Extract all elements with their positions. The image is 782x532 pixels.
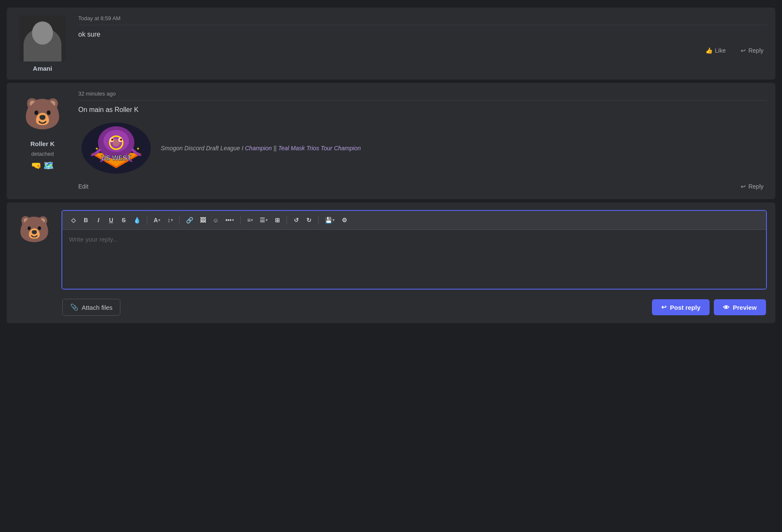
post-content-rollerk: On main as Roller K — [78, 105, 767, 115]
more-icon: ••• — [225, 217, 231, 223]
font-button[interactable]: A ▾ — [151, 214, 163, 226]
reply-editor-card: 🐻 ◇ B I U S 💧 A — [7, 202, 775, 323]
redo-button[interactable]: ↻ — [303, 214, 315, 226]
toolbar-divider-3 — [240, 216, 241, 224]
attach-icon: 📎 — [70, 303, 78, 311]
post-body-amani: Today at 8:59 AM ok sure 👍 Like ↩ Reply — [78, 15, 767, 72]
save-icon: 💾 — [325, 217, 332, 223]
more-button[interactable]: ••• ▾ — [222, 214, 237, 226]
editor-actions: ↩ Post reply 👁 Preview — [652, 299, 766, 315]
font-arrow: ▾ — [158, 218, 160, 222]
author-badges-rollerk: 🤜 🗺️ — [31, 160, 54, 170]
sig-champion-label: Champion — [245, 145, 272, 152]
badge-fist: 🤜 — [31, 160, 42, 170]
align-icon: ≡ — [247, 217, 250, 223]
author-column-amani: Amani — [15, 15, 70, 72]
post-reply-button[interactable]: ↩ Post reply — [652, 299, 710, 315]
reply-label: Reply — [748, 47, 763, 54]
editor-container: ◇ B I U S 💧 A ▾ ↕ — [61, 210, 767, 290]
avatar-rollerk: 🐻 — [19, 90, 66, 137]
post-footer-amani: 👍 Like ↩ Reply — [78, 45, 767, 56]
svg-text:US WEST: US WEST — [101, 154, 131, 162]
post-reply-label: Post reply — [670, 304, 701, 311]
signature-text: Smogon Discord Draft League I Champion |… — [161, 145, 361, 152]
text-size-icon: ↕ — [168, 217, 170, 223]
avatar-image-amani — [19, 15, 66, 61]
link-button[interactable]: 🔗 — [183, 214, 196, 226]
post-body-rollerk: 32 minutes ago On main as Roller K — [78, 90, 767, 192]
list-icon: ☰ — [260, 217, 265, 223]
toolbar-group-insert: 🔗 🖼 ☺ ••• ▾ — [183, 214, 237, 226]
post-actions-amani: 👍 Like ↩ Reply — [702, 45, 767, 56]
post-actions-rollerk: ↩ Reply — [737, 181, 767, 192]
toolbar-divider-1 — [147, 216, 147, 224]
text-size-arrow: ▾ — [171, 218, 173, 222]
strikethrough-button[interactable]: S — [118, 214, 130, 226]
attach-label: Attach files — [82, 304, 112, 311]
font-icon: A — [154, 217, 158, 223]
avatar-editor-user: 🐻 — [15, 210, 53, 248]
author-tag-rollerk: detached — [31, 151, 54, 157]
underline-button[interactable]: U — [105, 214, 117, 226]
author-name-rollerk: Roller K — [30, 140, 55, 147]
text-size-button[interactable]: ↕ ▾ — [164, 214, 176, 226]
post-rollerk: 🐻 Roller K detached 🤜 🗺️ 32 minutes ago … — [7, 83, 775, 199]
toolbar-divider-4 — [287, 216, 287, 224]
reply-button-amani[interactable]: ↩ Reply — [737, 45, 767, 56]
eraser-button[interactable]: ◇ — [67, 214, 79, 226]
toolbar-group-font: A ▾ ↕ ▾ — [151, 214, 176, 226]
image-button[interactable]: 🖼 — [197, 214, 209, 226]
post-timestamp-amani: Today at 8:59 AM — [78, 15, 767, 25]
toolbar-divider-5 — [318, 216, 319, 224]
toolbar-group-history: ↺ ↻ — [290, 214, 315, 226]
svg-text:★: ★ — [95, 146, 98, 151]
toolbar-group-format: ◇ B I U S 💧 — [67, 214, 144, 226]
sig-separator: || — [274, 145, 278, 152]
align-button[interactable]: ≡ ▾ — [244, 214, 256, 226]
bold-button[interactable]: B — [80, 214, 92, 226]
editor-wrapper: ◇ B I U S 💧 A ▾ ↕ — [61, 210, 767, 316]
toolbar-group-layout: ≡ ▾ ☰ ▾ ⊞ — [244, 214, 283, 226]
attach-files-button[interactable]: 📎 Attach files — [62, 299, 120, 316]
editor-bottom: 📎 Attach files ↩ Post reply 👁 Preview — [61, 299, 767, 316]
like-button-amani[interactable]: 👍 Like — [702, 45, 729, 56]
settings-button[interactable]: ⚙ — [338, 214, 350, 226]
editor-toolbar: ◇ B I U S 💧 A ▾ ↕ — [62, 211, 766, 230]
reply-icon: ↩ — [741, 47, 746, 54]
post-footer-rollerk: Edit ↩ Reply — [78, 181, 767, 192]
table-button[interactable]: ⊞ — [271, 214, 283, 226]
post-amani: Amani Today at 8:59 AM ok sure 👍 Like ↩ … — [7, 8, 775, 80]
avatar-amani — [19, 15, 66, 61]
save-button[interactable]: 💾 ▾ — [322, 214, 338, 226]
editor-placeholder: Write your reply... — [69, 236, 118, 243]
svg-text:★: ★ — [136, 146, 140, 151]
edit-button-rollerk[interactable]: Edit — [78, 183, 88, 190]
post-timestamp-rollerk: 32 minutes ago — [78, 90, 767, 101]
svg-point-12 — [120, 138, 122, 140]
like-icon: 👍 — [705, 47, 713, 54]
dropcap-button[interactable]: 💧 — [130, 214, 144, 226]
reply-button-rollerk[interactable]: ↩ Reply — [737, 181, 767, 192]
align-arrow: ▾ — [251, 218, 253, 222]
page-container: Amani Today at 8:59 AM ok sure 👍 Like ↩ … — [0, 0, 782, 331]
preview-button[interactable]: 👁 Preview — [714, 299, 766, 315]
reply-editor-area[interactable]: Write your reply... — [62, 230, 766, 289]
author-column-rollerk: 🐻 Roller K detached 🤜 🗺️ — [15, 90, 70, 192]
undo-button[interactable]: ↺ — [290, 214, 302, 226]
sig-league-text: Smogon Discord Draft League I — [161, 145, 243, 152]
save-arrow: ▾ — [332, 218, 335, 222]
italic-button[interactable]: I — [93, 214, 104, 226]
toolbar-divider-2 — [179, 216, 180, 224]
uswest-logo: US WEST ★ ★ — [78, 121, 154, 176]
post-reply-icon: ↩ — [661, 303, 667, 311]
author-name-amani: Amani — [33, 65, 52, 72]
more-arrow: ▾ — [232, 218, 234, 222]
post-content-amani: ok sure — [78, 29, 767, 40]
reply-icon-rollerk: ↩ — [741, 183, 746, 190]
svg-point-11 — [112, 138, 113, 140]
reply-label-rollerk: Reply — [748, 183, 763, 190]
emoji-button[interactable]: ☺ — [210, 214, 221, 226]
preview-label: Preview — [733, 304, 757, 311]
badge-map: 🗺️ — [43, 160, 54, 170]
list-button[interactable]: ☰ ▾ — [257, 214, 271, 226]
